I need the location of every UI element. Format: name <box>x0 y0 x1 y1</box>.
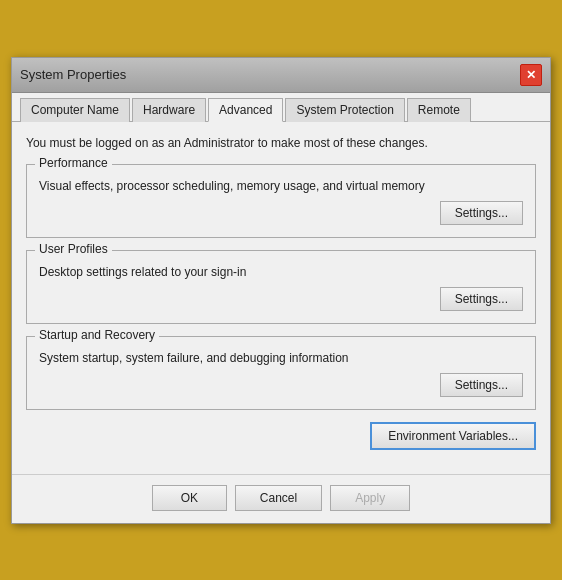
tab-remote[interactable]: Remote <box>407 98 471 122</box>
tabs-bar: Computer Name Hardware Advanced System P… <box>12 93 550 122</box>
user-profiles-description: Desktop settings related to your sign-in <box>39 265 523 279</box>
title-bar: System Properties ✕ <box>12 58 550 93</box>
startup-recovery-group: Startup and Recovery System startup, sys… <box>26 336 536 410</box>
performance-group: Performance Visual effects, processor sc… <box>26 164 536 238</box>
user-profiles-settings-button[interactable]: Settings... <box>440 287 523 311</box>
startup-recovery-settings-button[interactable]: Settings... <box>440 373 523 397</box>
apply-button[interactable]: Apply <box>330 485 410 511</box>
admin-notice: You must be logged on as an Administrato… <box>26 134 536 152</box>
user-profiles-group-title: User Profiles <box>35 242 112 256</box>
tab-system-protection[interactable]: System Protection <box>285 98 404 122</box>
bottom-bar: OK Cancel Apply <box>12 474 550 523</box>
tab-hardware[interactable]: Hardware <box>132 98 206 122</box>
performance-description: Visual effects, processor scheduling, me… <box>39 179 523 193</box>
system-properties-window: System Properties ✕ Computer Name Hardwa… <box>11 57 551 524</box>
user-profiles-group: User Profiles Desktop settings related t… <box>26 250 536 324</box>
close-button[interactable]: ✕ <box>520 64 542 86</box>
performance-settings-button[interactable]: Settings... <box>440 201 523 225</box>
env-vars-row: Environment Variables... <box>26 422 536 450</box>
tab-computer-name[interactable]: Computer Name <box>20 98 130 122</box>
cancel-button[interactable]: Cancel <box>235 485 322 511</box>
environment-variables-button[interactable]: Environment Variables... <box>370 422 536 450</box>
tab-content: You must be logged on as an Administrato… <box>12 122 550 474</box>
window-title: System Properties <box>20 67 126 82</box>
performance-group-title: Performance <box>35 156 112 170</box>
ok-button[interactable]: OK <box>152 485 227 511</box>
startup-recovery-description: System startup, system failure, and debu… <box>39 351 523 365</box>
startup-recovery-group-title: Startup and Recovery <box>35 328 159 342</box>
tab-advanced[interactable]: Advanced <box>208 98 283 122</box>
